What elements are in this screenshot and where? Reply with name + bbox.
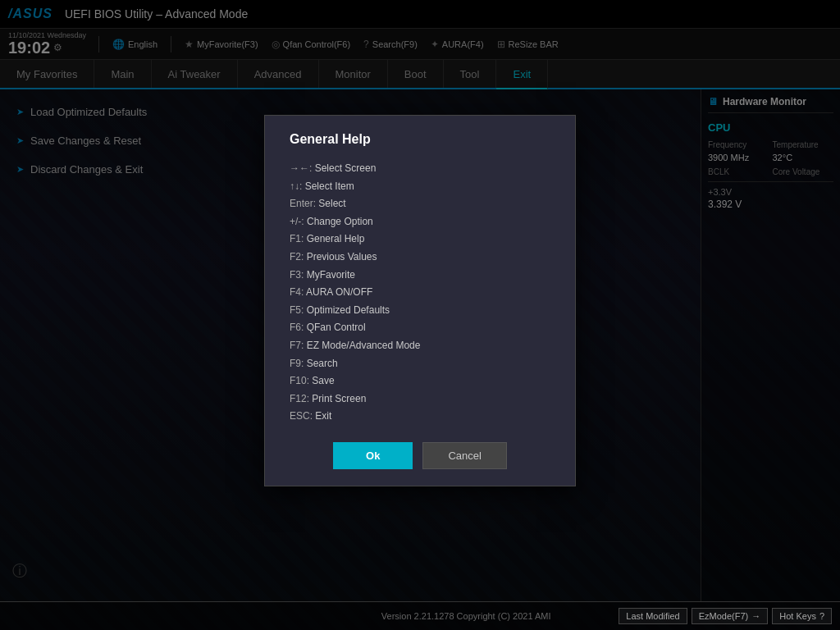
key-row-4: F1: General Help [290, 231, 550, 249]
key-label-4: F1: [290, 233, 304, 244]
key-label-14: ESC: [290, 410, 313, 422]
key-row-10: F7: EZ Mode/Advanced Mode [290, 337, 550, 355]
cancel-button[interactable]: Cancel [422, 442, 506, 469]
hot-keys-icon: ? [819, 611, 824, 621]
key-label-1: ↑↓: [290, 180, 302, 192]
key-row-13: F12: Print Screen [290, 390, 550, 409]
general-help-dialog: General Help →←: Select Screen ↑↓: Selec… [264, 115, 576, 486]
last-modified-btn[interactable]: Last Modified [619, 608, 687, 624]
hot-keys-btn[interactable]: Hot Keys ? [772, 608, 832, 624]
key-row-14: ESC: Exit [290, 408, 550, 426]
key-row-1: ↑↓: Select Item [290, 178, 550, 196]
key-label-13: F12: [290, 393, 309, 404]
key-row-12: F10: Save [290, 372, 550, 390]
dialog-buttons: Ok Cancel [290, 442, 550, 469]
key-label-3: +/-: [290, 216, 304, 227]
key-label-12: F10: [290, 375, 309, 386]
key-row-0: →←: Select Screen [290, 160, 550, 178]
key-label-9: F6: [290, 322, 304, 333]
key-row-9: F6: QFan Control [290, 319, 550, 337]
key-label-0: →←: [290, 162, 312, 174]
ez-mode-btn[interactable]: EzMode(F7) → [692, 608, 769, 624]
dialog-content: →←: Select Screen ↑↓: Select Item Enter:… [290, 160, 550, 426]
key-row-8: F5: Optimized Defaults [290, 302, 550, 320]
key-row-2: Enter: Select [290, 195, 550, 213]
key-row-7: F4: AURA ON/OFF [290, 284, 550, 302]
key-label-2: Enter: [290, 198, 316, 209]
ok-button[interactable]: Ok [333, 442, 413, 469]
dialog-title: General Help [290, 132, 550, 147]
key-label-7: F4: [290, 286, 304, 298]
key-row-5: F2: Previous Values [290, 249, 550, 267]
key-row-3: +/-: Change Option [290, 213, 550, 231]
key-label-10: F7: [290, 340, 304, 351]
bottom-actions: Last Modified EzMode(F7) → Hot Keys ? [619, 608, 832, 624]
bottom-bar: Version 2.21.1278 Copyright (C) 2021 AMI… [0, 601, 840, 630]
key-label-8: F5: [290, 304, 304, 316]
last-modified-label: Last Modified [626, 611, 679, 621]
hot-keys-label: Hot Keys [779, 611, 816, 621]
key-label-6: F3: [290, 269, 304, 281]
ez-mode-icon: → [751, 611, 760, 621]
version-text: Version 2.21.1278 Copyright (C) 2021 AMI [313, 611, 619, 621]
key-row-6: F3: MyFavorite [290, 267, 550, 285]
ez-mode-label: EzMode(F7) [699, 611, 749, 621]
key-label-11: F9: [290, 358, 304, 369]
key-row-11: F9: Search [290, 355, 550, 373]
main-container: /ASUS UEFI BIOS Utility – Advanced Mode … [0, 0, 840, 630]
dialog-overlay: General Help →←: Select Screen ↑↓: Selec… [0, 0, 840, 601]
key-label-5: F2: [290, 251, 304, 262]
